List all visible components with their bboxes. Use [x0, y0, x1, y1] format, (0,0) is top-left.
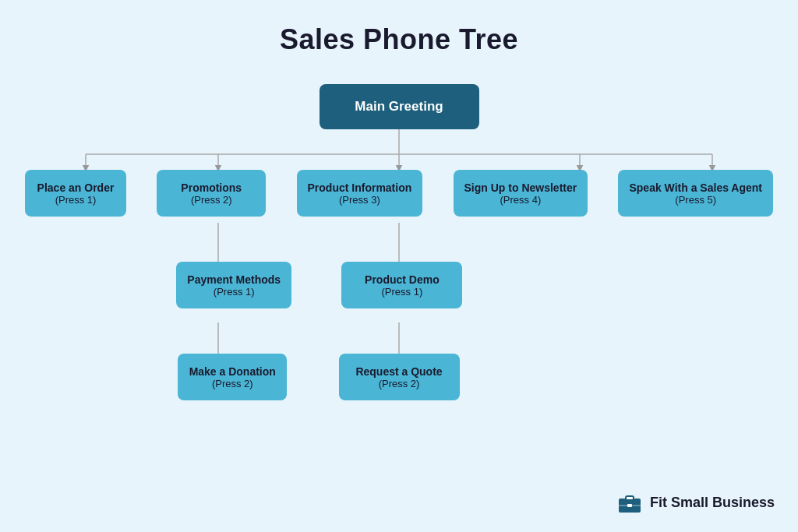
promotions-node: Promotions (Press 2): [157, 170, 266, 217]
svg-rect-12: [626, 496, 634, 500]
donation-sublabel: (Press 2): [212, 378, 253, 389]
donation-node: Make a Donation (Press 2): [178, 354, 287, 400]
newsletter-node: Sign Up to Newsletter (Press 4): [454, 170, 588, 217]
tree-container: Main Greeting Place an Order (Press 1) P…: [25, 84, 773, 400]
col-sales-agent: Speak With a Sales Agent (Press 5): [618, 170, 773, 217]
col-product-demo: Product Demo (Press 1): [341, 262, 462, 308]
place-order-label: Place an Order: [37, 181, 115, 194]
col-payment-methods: Payment Methods (Press 1): [176, 262, 291, 308]
page-title: Sales Phone Tree: [280, 23, 518, 56]
quote-sublabel: (Press 2): [379, 378, 420, 389]
newsletter-sublabel: (Press 4): [500, 194, 542, 206]
quote-label: Request a Quote: [355, 365, 442, 378]
svg-rect-14: [627, 504, 632, 507]
newsletter-label: Sign Up to Newsletter: [464, 181, 577, 194]
sales-agent-sublabel: (Press 5): [675, 194, 716, 206]
payment-methods-node: Payment Methods (Press 1): [176, 262, 291, 308]
product-demo-label: Product Demo: [365, 273, 440, 286]
main-greeting-node: Main Greeting: [320, 84, 479, 129]
payment-methods-sublabel: (Press 1): [214, 286, 255, 298]
promotions-sublabel: (Press 2): [191, 194, 232, 206]
brand: Fit Small Business: [616, 488, 775, 516]
place-order-node: Place an Order (Press 1): [25, 170, 126, 217]
promotions-label: Promotions: [181, 181, 242, 194]
product-demo-node: Product Demo (Press 1): [341, 262, 462, 308]
payment-methods-label: Payment Methods: [187, 273, 281, 286]
product-info-node: Product Information (Press 3): [297, 170, 423, 217]
sales-agent-label: Speak With a Sales Agent: [629, 181, 762, 194]
sales-agent-node: Speak With a Sales Agent (Press 5): [618, 170, 773, 217]
col-newsletter: Sign Up to Newsletter (Press 4): [454, 170, 588, 217]
product-info-sublabel: (Press 3): [339, 194, 380, 206]
place-order-sublabel: (Press 1): [55, 194, 97, 206]
main-greeting-label: Main Greeting: [355, 99, 443, 115]
quote-node: Request a Quote (Press 2): [339, 354, 460, 400]
donation-label: Make a Donation: [189, 365, 276, 378]
product-info-label: Product Information: [308, 181, 412, 194]
brand-icon: [616, 488, 644, 516]
col-product-info: Product Information (Press 3): [297, 170, 423, 217]
product-demo-sublabel: (Press 1): [382, 286, 423, 298]
col-promotions: Promotions (Press 2): [157, 170, 266, 217]
col-donation: Make a Donation (Press 2): [178, 354, 287, 400]
col-place-order: Place an Order (Press 1): [25, 170, 126, 217]
brand-name: Fit Small Business: [650, 495, 775, 511]
col-quote: Request a Quote (Press 2): [339, 354, 460, 400]
